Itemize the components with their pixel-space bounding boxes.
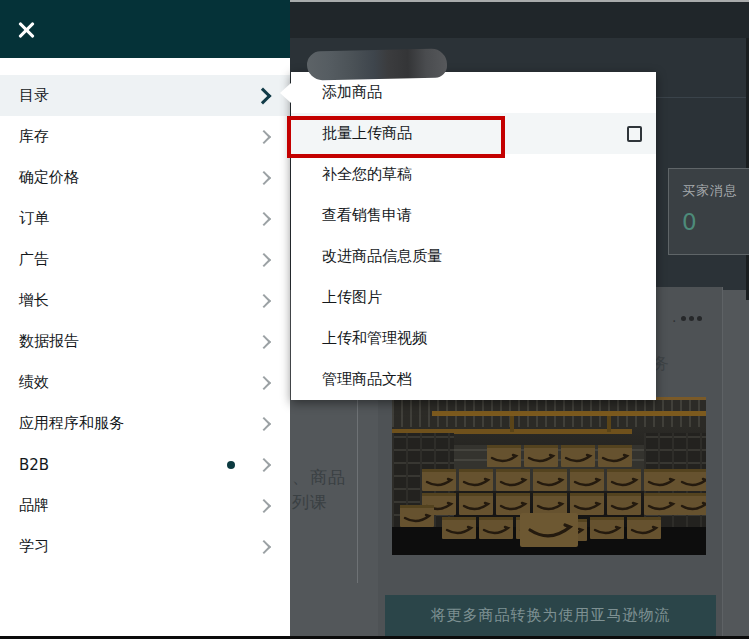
buyer-messages-count: 0 bbox=[682, 209, 749, 235]
chevron-right-icon bbox=[257, 498, 271, 512]
chevron-right-icon bbox=[257, 375, 271, 389]
screen: 买家消息 0 . . 务 、商品 列课 bbox=[0, 0, 749, 639]
sidebar-item-advertising[interactable]: 广告 bbox=[0, 239, 290, 280]
chevron-right-icon bbox=[257, 334, 271, 348]
chevron-right-icon bbox=[257, 211, 271, 225]
sidebar-item-pricing[interactable]: 确定价格 bbox=[0, 157, 290, 198]
sidebar-item-label: 品牌 bbox=[19, 496, 259, 515]
submenu-item-manage-product-documents[interactable]: 管理商品文档 bbox=[291, 359, 656, 400]
close-icon[interactable] bbox=[17, 21, 35, 39]
submenu-item-label: 上传图片 bbox=[322, 288, 642, 307]
submenu-item-label: 批量上传商品 bbox=[322, 124, 627, 143]
submenu-item-label: 改进商品信息质量 bbox=[322, 247, 642, 266]
warehouse-illustration bbox=[392, 397, 706, 555]
chevron-right-icon bbox=[257, 170, 271, 184]
sidebar-item-growth[interactable]: 增长 bbox=[0, 280, 290, 321]
sidebar-item-label: 数据报告 bbox=[19, 332, 259, 351]
sidebar-item-inventory[interactable]: 库存 bbox=[0, 116, 290, 157]
notification-dot-icon bbox=[227, 461, 235, 469]
submenu-item-view-selling-applications[interactable]: 查看销售申请 bbox=[291, 195, 656, 236]
chevron-right-icon bbox=[257, 457, 271, 471]
sidebar-item-label: 增长 bbox=[19, 291, 259, 310]
submenu-item-upload-manage-videos[interactable]: 上传和管理视频 bbox=[291, 318, 656, 359]
sidebar-item-catalog[interactable]: 目录 bbox=[0, 75, 290, 116]
sidebar-item-orders[interactable]: 订单 bbox=[0, 198, 290, 239]
submenu-item-complete-drafts[interactable]: 补全您的草稿 bbox=[291, 154, 656, 195]
submenu-pointer bbox=[280, 83, 291, 103]
submenu-item-label: 上传和管理视频 bbox=[322, 329, 642, 348]
submenu-item-bulk-upload[interactable]: 批量上传商品 bbox=[291, 113, 656, 154]
sidebar-item-label: B2B bbox=[19, 456, 227, 474]
sidebar-item-label: 绩效 bbox=[19, 373, 259, 392]
text-fragment-line2: 列课 bbox=[292, 491, 328, 514]
sidebar-header bbox=[0, 0, 290, 58]
sidebar-item-label: 学习 bbox=[19, 537, 259, 556]
promo-banner-text: 将更多商品转换为使用亚马逊物流 bbox=[431, 606, 671, 625]
buyer-messages-label: 买家消息 bbox=[682, 182, 749, 200]
chevron-right-icon bbox=[257, 416, 271, 430]
main-menu-sidebar: 目录 库存 确定价格 订单 广告 增长 bbox=[0, 0, 290, 639]
chevron-right-icon bbox=[255, 87, 272, 104]
sidebar-item-label: 应用程序和服务 bbox=[19, 414, 259, 433]
submenu-item-label: 管理商品文档 bbox=[322, 370, 642, 389]
redaction-scribble bbox=[307, 49, 448, 81]
submenu-item-upload-images[interactable]: 上传图片 bbox=[291, 277, 656, 318]
chevron-right-icon bbox=[257, 293, 271, 307]
sidebar-item-label: 库存 bbox=[19, 127, 259, 146]
sidebar-item-b2b[interactable]: B2B bbox=[0, 444, 290, 485]
text-fragment-line1: 、商品 bbox=[292, 466, 346, 489]
sidebar-item-performance[interactable]: 绩效 bbox=[0, 362, 290, 403]
window-top-edge bbox=[290, 0, 749, 2]
sidebar-item-apps-services[interactable]: 应用程序和服务 bbox=[0, 403, 290, 444]
catalog-submenu: 添加商品 批量上传商品 补全您的草稿 查看销售申请 改进商品信息质量 上传图片 … bbox=[291, 72, 656, 400]
sidebar-item-label: 广告 bbox=[19, 250, 259, 269]
sidebar-menu: 目录 库存 确定价格 订单 广告 增长 bbox=[0, 75, 290, 567]
buyer-messages-card: 买家消息 0 bbox=[668, 168, 749, 255]
sidebar-item-learn[interactable]: 学习 bbox=[0, 526, 290, 567]
sidebar-item-label: 订单 bbox=[19, 209, 259, 228]
ellipsis-menu-icon[interactable] bbox=[681, 316, 702, 321]
submenu-item-label: 添加商品 bbox=[322, 83, 642, 102]
chevron-right-icon bbox=[257, 539, 271, 553]
sidebar-item-brands[interactable]: 品牌 bbox=[0, 485, 290, 526]
sidebar-item-label: 目录 bbox=[19, 86, 257, 105]
sidebar-item-label: 确定价格 bbox=[19, 168, 259, 187]
submenu-item-improve-listing-quality[interactable]: 改进商品信息质量 bbox=[291, 236, 656, 277]
dimmed-top-navbar bbox=[290, 0, 749, 38]
promo-banner[interactable]: 将更多商品转换为使用亚马逊物流 bbox=[385, 595, 716, 636]
submenu-item-label: 补全您的草稿 bbox=[322, 165, 642, 184]
open-in-window-icon bbox=[627, 126, 642, 142]
sidebar-item-reports[interactable]: 数据报告 bbox=[0, 321, 290, 362]
chevron-right-icon bbox=[257, 129, 271, 143]
submenu-item-label: 查看销售申请 bbox=[322, 206, 642, 225]
chevron-right-icon bbox=[257, 252, 271, 266]
